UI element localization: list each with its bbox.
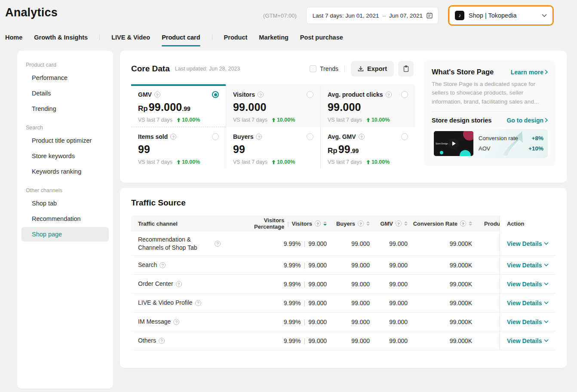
trends-checkbox[interactable]: Trends [310,65,338,72]
nav-divider [212,34,212,40]
video-thumbnail[interactable]: Store Design Guide [434,131,473,156]
tab-live-video[interactable]: LIVE & Video [111,34,150,41]
view-details-link[interactable]: View Details [507,300,549,306]
help-icon[interactable]: ? [160,262,166,268]
sidebar: Product card Performance Details Trendin… [17,51,113,389]
date-range-picker[interactable]: Last 7 days: Jun 01, 2021 – Jun 07, 2021 [306,7,439,24]
download-icon [358,66,364,72]
metric-value: 99.000 [328,101,408,113]
view-details-link[interactable]: View Details [507,337,549,344]
checkbox-icon[interactable] [310,65,316,72]
sidebar-item-recommendation[interactable]: Recommendation [21,211,109,226]
delta-badge: 10.00% [177,159,200,165]
top-nav: Home Growth & Insights LIVE & Video Prod… [5,33,355,42]
help-icon[interactable]: ? [315,220,321,227]
metric-card-visitors[interactable]: Visitors ? 99.000 VS last 7 days 10.00% [226,84,320,127]
store-page-panel: What's Store Page Learn more The Store P… [424,60,556,166]
sidebar-item-product-title-optimizer[interactable]: Product title optimizer [21,133,109,148]
sort-icon-visitors[interactable] [323,221,327,226]
panel-divider [432,111,548,112]
decor-circle [460,150,471,156]
help-icon[interactable]: ? [256,134,262,140]
sort-icon-gmv[interactable] [404,221,408,226]
sidebar-item-shop-page[interactable]: Shop page [21,227,109,242]
table-row: Order Center? 9.99%|99.000 99.000 99.000… [131,275,556,294]
sidebar-item-keywords-ranking[interactable]: Keywords ranking [21,164,109,179]
play-icon[interactable] [448,138,459,149]
traffic-source-title: Traffic Source [131,198,556,208]
help-icon[interactable]: ? [460,220,466,227]
tab-home[interactable]: Home [5,34,22,41]
help-icon[interactable]: ? [195,300,201,306]
metric-card-gmv[interactable]: GMV ? Rp99.000.99 VS last 7 days 10.00% [131,84,226,127]
help-icon[interactable]: ? [396,220,402,227]
learn-more-link[interactable]: Learn more [511,69,548,76]
metric-card-buyers[interactable]: Buyers ? 99 VS last 7 days 10.00% [226,127,320,168]
sidebar-item-shop-tab[interactable]: Shop tab [21,196,109,211]
help-icon[interactable]: ? [159,338,165,344]
date-range-separator: – [382,12,386,19]
stat-value: +8% [532,135,543,141]
chevron-right-icon [545,118,548,122]
metric-radio-selected[interactable] [212,91,219,98]
help-icon[interactable]: ? [154,92,160,98]
metric-card-avg-gmv[interactable]: Avg. GMV ? Rp99.99 VS last 7 days 10.00% [320,127,415,168]
metric-radio[interactable] [212,133,219,140]
tab-marketing[interactable]: Marketing [259,34,288,41]
sidebar-item-performance[interactable]: Performance [21,70,109,85]
sort-icon-conversion[interactable] [469,221,472,226]
copy-report-button[interactable] [398,61,414,77]
panel-title: What's Store Page [432,68,494,76]
tab-product[interactable]: Product [224,34,248,41]
view-details-link[interactable]: View Details [507,240,549,247]
delta-badge: 10.00% [272,117,295,123]
view-details-link[interactable]: View Details [507,262,549,269]
chevron-down-icon [544,301,549,304]
tab-product-card[interactable]: Product card [162,34,200,41]
sidebar-item-trending[interactable]: Trending [21,101,109,116]
metric-radio[interactable] [401,91,408,98]
help-icon[interactable]: ? [359,134,365,140]
sidebar-item-details[interactable]: Details [21,86,109,101]
metric-label: Avg. GMV [328,133,356,140]
metric-value: 99 [233,143,313,156]
export-button[interactable]: Export [351,61,394,77]
metric-radio[interactable] [307,133,313,140]
header-controls: (GTM+07:00) Last 7 days: Jun 01, 2021 – … [263,3,554,28]
channel-label: IM Message [138,318,171,326]
help-icon[interactable]: ? [170,134,176,140]
panel-description: The Store Page is a dedicated space for … [432,80,548,106]
help-icon[interactable]: ? [258,92,264,98]
export-label: Export [367,65,387,72]
help-icon[interactable]: ? [215,241,221,247]
metric-value: Rp99.99 [328,143,408,156]
video-stats: Conversion rate +8% AOV +10% [479,135,543,152]
table-row: Others? 9.99%|99.000 99.000 99.000 99.00… [131,331,556,350]
view-details-link[interactable]: View Details [507,318,549,325]
tab-post-purchase[interactable]: Post purchase [300,34,343,41]
currency-prefix: Rp [138,104,148,113]
view-details-link[interactable]: View Details [507,281,549,288]
tab-growth-insights[interactable]: Growth & Insights [34,34,88,41]
go-to-design-link[interactable]: Go to design [506,117,548,124]
col-traffic-channel: Traffic channel [131,215,234,232]
store-design-video-card[interactable]: Store Design Guide Conversion rate +8% [432,129,548,158]
vs-label: VS last 7 days [138,117,172,123]
stories-title: Store design stories [432,117,491,124]
metric-radio[interactable] [307,91,313,98]
metric-radio[interactable] [401,133,408,140]
core-data-card: Core Data Last updated: Jun 28, 2023 Tre… [120,51,567,183]
channel-label: Recommendation & Channels of Shop Tab [138,236,212,252]
shop-selector[interactable]: ♪ Shop | Tokopedia [449,6,552,24]
metric-card-avg-product-clicks[interactable]: Avg. product clicks ? 99.000 VS last 7 d… [320,84,415,127]
metric-card-items-sold[interactable]: Items sold ? 99 VS last 7 days 10.00% [131,127,226,168]
metric-label: Avg. product clicks [328,91,383,98]
help-icon[interactable]: ? [358,220,364,227]
sidebar-item-store-keywords[interactable]: Store keywords [21,149,109,163]
help-icon[interactable]: ? [176,281,182,287]
help-icon[interactable]: ? [173,319,179,325]
last-updated-label: Last updated: Jun 28, 2023 [175,66,310,72]
sort-icon-buyers[interactable] [366,221,370,226]
help-icon[interactable]: ? [386,92,392,98]
stat-label: Conversion rate [479,135,518,141]
